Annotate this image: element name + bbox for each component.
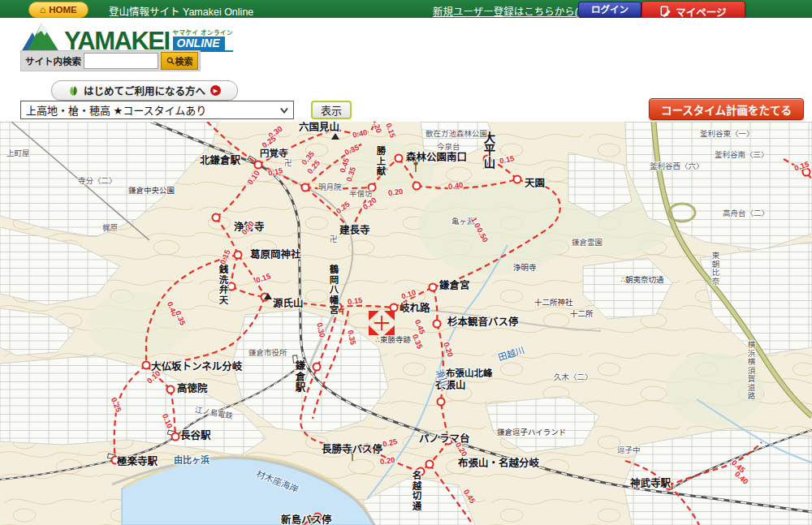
yamakei-logo[interactable]: YAMAKEI ヤマケイ オンライン ONLINE: [20, 23, 233, 52]
show-button[interactable]: 表示: [311, 101, 352, 119]
site-title: 登山情報サイト Yamakei Online: [109, 3, 253, 19]
logo-brand-text: YAMAKEI: [64, 31, 170, 52]
site-search-label: サイト内検索: [25, 54, 81, 67]
search-button-label: 検索: [175, 54, 193, 67]
logo-online-block: ヤマケイ オンライン ONLINE: [173, 28, 233, 52]
beginner-guide-label: はじめてご利用になる方へ: [84, 83, 205, 98]
home-button[interactable]: ⌂ HOME: [28, 2, 89, 18]
mypage-icon: [660, 6, 672, 17]
site-search-input[interactable]: [84, 53, 158, 69]
top-bar: ⌂ HOME 登山情報サイト Yamakei Online 新規ユーザー登録はこ…: [0, 0, 812, 18]
login-button[interactable]: ログイン: [578, 2, 641, 18]
mypage-label: マイページ: [676, 4, 726, 19]
course-select[interactable]: 上高地・槍・穂高 ★コースタイムあり: [20, 101, 294, 119]
mountain-logo-icon: [20, 23, 63, 52]
logo-online-text: ONLINE: [173, 37, 225, 50]
logo-kana-text: ヤマケイ オンライン: [173, 28, 233, 37]
site-search-button[interactable]: 検索: [161, 52, 198, 70]
beginner-leaf-icon: [68, 84, 79, 97]
home-icon: ⌂: [40, 5, 45, 15]
search-icon: [166, 57, 175, 65]
chevron-down-icon: [279, 106, 289, 114]
yamakei-online-page: ⌂ HOME 登山情報サイト Yamakei Online 新規ユーザー登録はこ…: [0, 0, 812, 525]
map-viewport[interactable]: 六国見山大平山北鎌倉駅円覚寺卍明月院森林公園南口今泉台散在ガ池森林公園天園半僧坊…: [0, 122, 812, 525]
site-search-box: サイト内検索 検索: [20, 50, 201, 71]
sub-header: YAMAKEI ヤマケイ オンライン ONLINE サイト内検索 検索 は: [0, 18, 812, 122]
home-label: HOME: [49, 2, 77, 17]
map-canvas: [0, 122, 812, 525]
arrow-right-icon: ▶: [210, 85, 221, 96]
register-link[interactable]: 新規ユーザー登録はこちらから(無料): [433, 3, 602, 19]
course-select-value: 上高地・槍・穂高 ★コースタイムあり: [26, 102, 206, 118]
plan-course-time-button[interactable]: コースタイム計画をたてる: [649, 98, 804, 120]
beginner-guide-button[interactable]: はじめてご利用になる方へ ▶: [51, 80, 238, 101]
